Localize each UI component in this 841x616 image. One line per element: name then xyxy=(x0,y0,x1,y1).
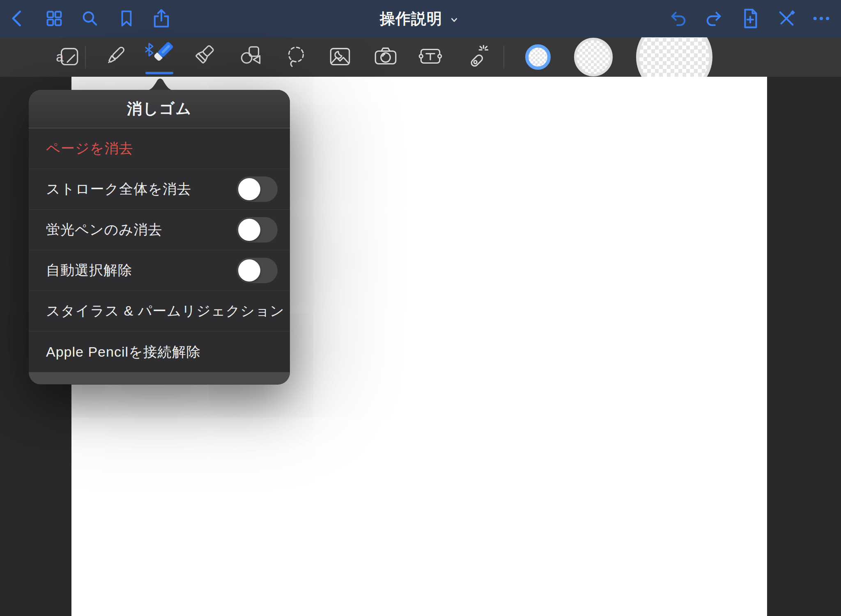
erase-highlighter-only-toggle[interactable] xyxy=(237,217,278,243)
laser-pointer-tool[interactable] xyxy=(460,37,495,77)
more-options-button[interactable] xyxy=(810,7,833,30)
lasso-icon xyxy=(283,44,310,71)
back-button[interactable] xyxy=(6,7,29,30)
toggle-knob xyxy=(238,219,260,241)
eraser-tool[interactable] xyxy=(138,37,177,77)
undo-button[interactable] xyxy=(666,7,689,30)
menu-item-erase-entire-stroke: ストローク全体を消去 xyxy=(29,169,290,210)
thumbnails-button[interactable] xyxy=(43,7,66,30)
redo-button[interactable] xyxy=(703,7,726,30)
goodnotes-app: 操作説明 a xyxy=(0,0,841,616)
erase-entire-stroke-toggle[interactable] xyxy=(237,176,278,202)
search-icon xyxy=(79,7,101,30)
eraser-settings-popover: 消しゴム ページを消去 ストローク全体を消去 蛍光ペンのみ消去 自動選択解除 xyxy=(29,90,290,385)
shapes-tool[interactable] xyxy=(234,37,268,77)
zoom-window-icon: a xyxy=(54,44,81,71)
menu-item-clear-page[interactable]: ページを消去 xyxy=(29,128,290,169)
text-box-icon xyxy=(417,44,444,71)
bookmark-icon xyxy=(116,8,137,29)
highlighter-tool[interactable] xyxy=(186,37,221,77)
chevron-down-icon xyxy=(447,13,461,27)
pen-icon xyxy=(101,44,129,71)
zoom-window-tool[interactable]: a xyxy=(51,37,85,77)
image-tool[interactable] xyxy=(323,37,357,77)
add-page-icon xyxy=(739,7,761,30)
toolbar-divider xyxy=(85,46,86,69)
bluetooth-icon xyxy=(145,44,153,56)
top-navigation-bar: 操作説明 xyxy=(0,0,841,37)
lasso-tool[interactable] xyxy=(279,37,313,77)
popover-arrow xyxy=(145,77,176,91)
menu-item-stylus-palm-rejection[interactable]: スタイラス & パームリジェクション xyxy=(29,291,290,332)
eraser-size-small[interactable] xyxy=(525,44,551,70)
popover-footer xyxy=(29,372,290,384)
camera-icon xyxy=(372,44,399,71)
thumbnails-grid-icon xyxy=(44,8,65,29)
undo-icon xyxy=(667,7,689,30)
image-icon xyxy=(326,44,354,71)
menu-item-erase-highlighter-only: 蛍光ペンのみ消去 xyxy=(29,210,290,250)
document-stage: 消しゴム ページを消去 ストローク全体を消去 蛍光ペンのみ消去 自動選択解除 xyxy=(0,77,841,616)
share-button[interactable] xyxy=(150,7,173,30)
back-icon xyxy=(6,7,29,30)
toolbar-divider xyxy=(503,46,504,69)
text-tool[interactable] xyxy=(413,37,448,77)
redo-icon xyxy=(703,7,725,30)
svg-text:a: a xyxy=(56,49,64,64)
camera-tool[interactable] xyxy=(368,37,403,77)
more-ellipsis-icon xyxy=(810,7,832,30)
menu-item-disconnect-apple-pencil[interactable]: Apple Pencilを接続解除 xyxy=(29,332,290,372)
toggle-knob xyxy=(238,259,260,282)
share-icon xyxy=(150,7,172,30)
add-page-button[interactable] xyxy=(739,7,762,30)
eraser-selected-icon xyxy=(138,37,177,77)
popover-title: 消しゴム xyxy=(29,90,290,128)
shapes-icon xyxy=(237,44,264,71)
page-title: 操作説明 xyxy=(380,9,442,29)
bookmark-button[interactable] xyxy=(115,7,138,30)
eraser-size-medium[interactable] xyxy=(574,38,613,76)
pen-disable-icon xyxy=(775,7,797,30)
pen-tool[interactable] xyxy=(98,37,132,77)
eraser-size-large[interactable] xyxy=(636,37,712,77)
menu-item-auto-deselect: 自動選択解除 xyxy=(29,250,290,291)
stylus-mode-button[interactable] xyxy=(775,7,798,30)
highlighter-icon xyxy=(190,44,217,71)
toggle-knob xyxy=(238,178,260,200)
auto-deselect-toggle[interactable] xyxy=(237,258,278,283)
laser-pointer-icon xyxy=(464,44,491,71)
search-button[interactable] xyxy=(78,7,101,30)
drawing-toolbar: a xyxy=(0,37,841,77)
